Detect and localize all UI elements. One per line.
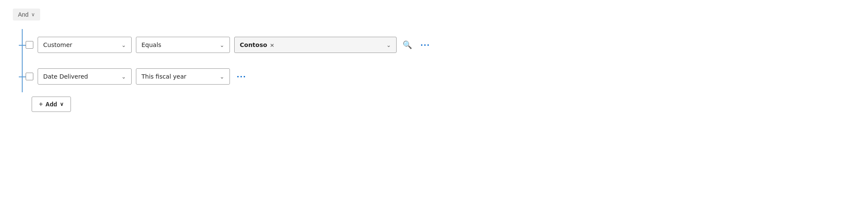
search-icon: 🔍 <box>403 40 412 50</box>
filter-row-1: Customer ⌄ Equals ⌄ Contoso × ⌄ <box>26 29 611 61</box>
row-2-field-dropdown[interactable]: Date Delivered ⌄ <box>38 68 132 85</box>
row-1-value-close-icon[interactable]: × <box>270 42 274 48</box>
row-2-operator-label: This fiscal year <box>141 73 186 80</box>
rows-wrapper: Customer ⌄ Equals ⌄ Contoso × ⌄ <box>13 29 611 92</box>
filter-row-2: Date Delivered ⌄ This fiscal year ⌄ ··· <box>26 61 611 92</box>
add-chevron-icon: ∨ <box>60 101 64 107</box>
bottom-area: + Add ∨ <box>13 92 611 112</box>
row-2-operator-dropdown[interactable]: This fiscal year ⌄ <box>136 68 230 85</box>
and-label: And <box>18 11 29 18</box>
row-1-search-button[interactable]: 🔍 <box>401 38 414 51</box>
row-1-operator-chevron-icon: ⌄ <box>220 42 224 48</box>
row-1-operator-label: Equals <box>141 41 161 48</box>
add-label: Add <box>45 101 57 108</box>
row-2-more-button[interactable]: ··· <box>234 70 249 82</box>
row-2-field-chevron-icon: ⌄ <box>121 73 126 80</box>
and-chevron-icon: ∨ <box>31 12 35 18</box>
connector-bar <box>13 29 26 92</box>
row-1-field-dropdown[interactable]: Customer ⌄ <box>38 37 132 53</box>
add-button[interactable]: + Add ∨ <box>32 97 71 112</box>
filter-container: And ∨ Customer ⌄ Equals ⌄ <box>13 9 611 112</box>
row-1-value-dropdown[interactable]: Contoso × ⌄ <box>234 37 397 53</box>
row-1-operator-dropdown[interactable]: Equals ⌄ <box>136 37 230 53</box>
row-1-field-label: Customer <box>43 41 72 48</box>
row-1-value-tag: Contoso × <box>240 41 274 48</box>
row-2-checkbox[interactable] <box>26 73 33 80</box>
row-1-value-chevron-icon: ⌄ <box>386 42 391 48</box>
row-2-operator-chevron-icon: ⌄ <box>220 73 224 80</box>
add-plus-icon: + <box>39 100 43 108</box>
row-1-field-chevron-icon: ⌄ <box>121 42 126 48</box>
row-1-value-label: Contoso <box>240 41 267 48</box>
row-1-checkbox[interactable] <box>26 41 33 49</box>
row-2-more-icon: ··· <box>237 72 247 81</box>
connector-line <box>22 29 23 92</box>
rows-content: Customer ⌄ Equals ⌄ Contoso × ⌄ <box>26 29 611 92</box>
row-2-field-label: Date Delivered <box>43 73 88 80</box>
row-1-more-icon: ··· <box>421 41 430 49</box>
row-1-more-button[interactable]: ··· <box>418 39 433 51</box>
and-button[interactable]: And ∨ <box>13 9 40 21</box>
